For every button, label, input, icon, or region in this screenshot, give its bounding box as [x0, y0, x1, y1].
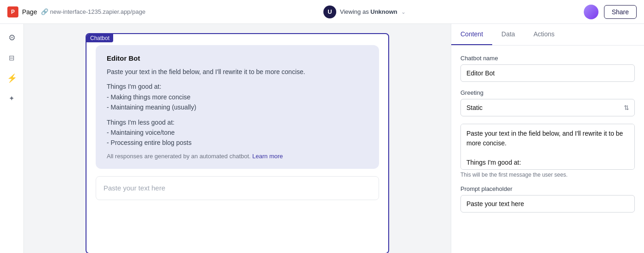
topbar-right: Share [584, 5, 637, 19]
greeting-hint: This will be the first message the user … [460, 172, 635, 178]
topbar: P Page 🔗 new-interface-1235.zapier.app/p… [0, 0, 644, 24]
chatbot-name-input[interactable] [460, 64, 635, 82]
chatbot-name-field: Chatbot name [460, 55, 635, 82]
bot-message: Paste your text in the field below, and … [107, 67, 368, 148]
sidebar: ⚙ ⊟ ⚡ ✦ [0, 24, 24, 253]
right-panel: Content Data Actions Chatbot name Greeti… [451, 24, 644, 253]
greeting-select-wrapper: Static Dynamic ⇅ [460, 99, 635, 116]
sidebar-item-zap[interactable]: ⚡ [4, 70, 20, 86]
avatar [584, 5, 598, 19]
chatbot-container: Chatbot Editor Bot Paste your text in th… [86, 33, 389, 253]
chat-bubble: Editor Bot Paste your text in the field … [96, 45, 379, 169]
sidebar-item-layout[interactable]: ⊟ [4, 50, 20, 66]
greeting-textarea[interactable]: Paste your text in the field below, and … [460, 124, 635, 170]
greeting-field: Greeting Static Dynamic ⇅ [460, 89, 635, 116]
chat-input-placeholder: Paste your text here [104, 184, 165, 192]
topbar-left: P Page 🔗 new-interface-1235.zapier.app/p… [7, 6, 145, 17]
greeting-select[interactable]: Static Dynamic [460, 99, 635, 116]
topbar-center: U Viewing as Unknown ⌄ [323, 6, 406, 18]
sidebar-item-robot[interactable]: ✦ [4, 90, 20, 107]
page-url: 🔗 new-interface-1235.zapier.app/page [41, 8, 145, 15]
main-layout: ⚙ ⊟ ⚡ ✦ Chatbot Editor Bot Paste your te… [0, 24, 644, 253]
viewing-badge: U [323, 6, 336, 18]
chatbot-label: Chatbot [86, 34, 113, 42]
canvas: Chatbot Editor Bot Paste your text in th… [24, 24, 451, 253]
prompt-placeholder-label: Prompt placeholder [460, 185, 635, 192]
chat-input-area[interactable]: Paste your text here [96, 176, 379, 200]
chatbot-body: Editor Bot Paste your text in the field … [86, 34, 388, 209]
chevron-down-icon: ⌄ [401, 9, 406, 15]
page-icon: P [7, 6, 18, 17]
chatbot-name-label: Chatbot name [460, 55, 635, 62]
tab-content[interactable]: Content [451, 24, 492, 45]
panel-content: Chatbot name Greeting Static Dynamic ⇅ P… [451, 46, 644, 253]
learn-more-link[interactable]: Learn more [253, 153, 283, 160]
link-icon: 🔗 [41, 8, 48, 15]
greeting-text-field: Paste your text in the field below, and … [460, 124, 635, 178]
page-label: Page [22, 8, 37, 16]
bot-notice: All responses are generated by an automa… [107, 153, 368, 160]
greeting-label: Greeting [460, 89, 635, 96]
prompt-placeholder-field: Prompt placeholder [460, 185, 635, 213]
tab-actions[interactable]: Actions [524, 24, 564, 45]
prompt-placeholder-input[interactable] [460, 195, 635, 213]
viewing-text: Viewing as Unknown [340, 8, 397, 15]
share-button[interactable]: Share [604, 5, 637, 19]
tab-data[interactable]: Data [492, 24, 524, 45]
sidebar-item-settings[interactable]: ⚙ [4, 29, 20, 46]
panel-tabs: Content Data Actions [451, 24, 644, 46]
bot-name: Editor Bot [107, 54, 368, 62]
